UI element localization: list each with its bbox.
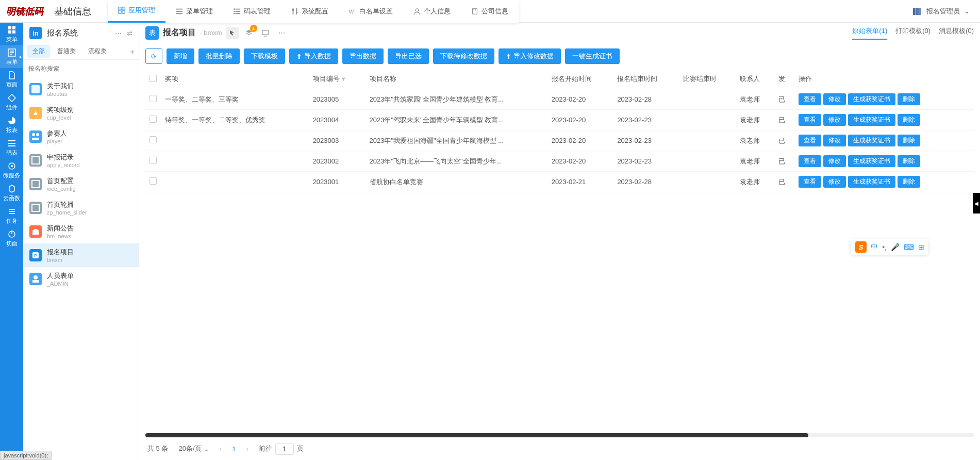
tree-search-input[interactable] [28, 63, 134, 74]
gen-cert-row-button[interactable]: 生成获奖证书 [848, 176, 895, 188]
swap-icon[interactable]: ⇄ [127, 29, 132, 37]
view-button[interactable]: 查看 [799, 176, 821, 188]
batch-delete-button[interactable]: 批量删除 [198, 48, 240, 64]
view-button[interactable]: 查看 [799, 135, 821, 146]
tree-item-bm_news[interactable]: 新闻公告bm_news [23, 220, 139, 243]
tree-item-aboutus[interactable]: 关于我们aboutus [23, 77, 139, 101]
delete-button[interactable]: 删除 [898, 135, 920, 146]
col-code[interactable]: 项目编号▼ [309, 69, 366, 89]
tree-item-cup_level[interactable]: 奖项级别cup_level [23, 101, 139, 125]
col-matchend[interactable]: 比赛结束时 [679, 69, 736, 89]
rail-menu[interactable]: 菜单 [0, 23, 23, 45]
view-button[interactable]: 查看 [799, 93, 821, 105]
tree-item-zp_home_slider[interactable]: 首页轮播zp_home_slider [23, 196, 139, 220]
rail-task[interactable]: 任务 [0, 204, 23, 227]
edit-button[interactable]: 修改 [823, 135, 846, 146]
delete-button[interactable]: 删除 [898, 176, 920, 188]
tab-personal-info[interactable]: 个人信息 [403, 0, 461, 23]
col-award[interactable]: 奖项 [161, 69, 309, 89]
tab-menu-manage[interactable]: 菜单管理 [165, 0, 223, 23]
gen-cert-button[interactable]: 一键生成证书 [565, 48, 620, 64]
rail-page[interactable]: 页面 [0, 68, 23, 91]
ime-grid-icon[interactable]: ⊞ [918, 243, 924, 251]
ime-mic-icon[interactable]: 🎤 [891, 243, 900, 251]
tab-whitelist[interactable]: W 白名单设置 [339, 0, 403, 23]
col-name[interactable]: 项目名称 [366, 69, 547, 89]
rail-form[interactable]: 表单▸ [0, 45, 23, 68]
ime-keyboard-icon[interactable]: ⌨ [904, 243, 914, 251]
hr-tab-message[interactable]: 消息模板(0) [939, 26, 974, 40]
tab-company-info[interactable]: 公司信息 [461, 0, 519, 23]
edit-button[interactable]: 修改 [823, 93, 846, 105]
page-size-select[interactable]: 20条/页 ⌄ [178, 444, 209, 453]
cursor-tool-icon[interactable] [226, 27, 239, 39]
gen-cert-row-button[interactable]: 生成获奖证书 [848, 93, 895, 105]
import-modifydata-button[interactable]: ⬆ 导入修改数据 [499, 48, 561, 64]
delete-button[interactable]: 删除 [898, 155, 920, 167]
tree-item-bmxm[interactable]: P报名项目bmxm [23, 243, 139, 267]
gen-cert-row-button[interactable]: 生成获奖证书 [848, 135, 895, 146]
goto-page-input[interactable] [275, 443, 294, 455]
monitor-tool-icon[interactable] [259, 27, 272, 39]
select-all-checkbox[interactable] [150, 75, 157, 82]
ellipsis-icon[interactable]: ⋯ [115, 29, 122, 37]
delete-button[interactable]: 删除 [898, 114, 920, 126]
ime-toolbar[interactable]: S 中 •, 🎤 ⌨ ⊞ [851, 239, 928, 255]
rail-report[interactable]: 报表 [0, 113, 23, 136]
page-number[interactable]: 1 [232, 445, 236, 453]
export-data-button[interactable]: 导出数据 [342, 48, 384, 64]
tree-item-_ADMIN[interactable]: 人员表单_ADMIN [23, 267, 139, 291]
row-checkbox[interactable] [150, 157, 157, 164]
hr-tab-print[interactable]: 打印模板(0) [895, 26, 931, 40]
row-checkbox[interactable] [150, 177, 157, 185]
tree-item-web_config[interactable]: 首页配置web_config [23, 172, 139, 196]
tab-app-manage[interactable]: 应用管理 [108, 0, 165, 23]
rail-cloudfn[interactable]: 云函数 [0, 182, 23, 204]
view-button[interactable]: 查看 [799, 114, 821, 126]
prev-page-button[interactable]: ‹ [220, 445, 222, 453]
tree-item-player[interactable]: 参赛人player [23, 125, 139, 149]
gen-cert-row-button[interactable]: 生成获奖证书 [848, 114, 895, 126]
tab-system-config[interactable]: 系统配置 [281, 0, 339, 23]
tree-tab-add[interactable]: + [130, 47, 135, 56]
row-checkbox[interactable] [150, 95, 157, 102]
tab-codetable-manage[interactable]: 码表管理 [223, 0, 281, 23]
tree-tab-normal[interactable]: 普通类 [52, 45, 81, 58]
gen-cert-row-button[interactable]: 生成获奖证书 [848, 155, 895, 167]
user-menu[interactable]: 报名管理员 ⌄ [912, 6, 970, 17]
rail-aspect[interactable]: 切面 [0, 227, 23, 250]
horizontal-scrollbar[interactable] [145, 433, 974, 437]
rail-component[interactable]: 组件 [0, 91, 23, 113]
col-pub[interactable]: 发 [774, 69, 794, 89]
download-template-button[interactable]: 下载模板 [244, 48, 285, 64]
col-contact[interactable]: 联系人 [736, 69, 774, 89]
next-page-button[interactable]: › [246, 445, 248, 453]
hr-tab-rawform[interactable]: 原始表单(1) [852, 26, 887, 40]
view-button[interactable]: 查看 [799, 155, 821, 167]
ime-punct-icon[interactable]: •, [882, 243, 887, 251]
edit-button[interactable]: 修改 [823, 155, 846, 167]
col-end[interactable]: 报名结束时间 [613, 69, 679, 89]
edit-button[interactable]: 修改 [823, 176, 846, 188]
tree-tab-all[interactable]: 全部 [27, 45, 50, 58]
row-checkbox[interactable] [150, 116, 157, 123]
import-data-button[interactable]: ⬆ 导入数据 [289, 48, 338, 64]
row-checkbox[interactable] [150, 136, 157, 143]
more-tool-icon[interactable]: ⋯ [276, 27, 288, 39]
ime-lang[interactable]: 中 [871, 242, 878, 252]
refresh-button[interactable]: ⟳ [145, 48, 162, 64]
side-collapse-handle[interactable]: ◀ [973, 193, 980, 213]
export-selected-button[interactable]: 导出已选 [388, 48, 429, 64]
filter-icon[interactable]: ▼ [341, 76, 346, 82]
layers-tool-icon[interactable]: 1 [243, 27, 255, 39]
rail-microservice[interactable]: 微服务 [0, 159, 23, 182]
col-start[interactable]: 报名开始时间 [547, 69, 613, 89]
tree-item-apply_record[interactable]: 申报记录apply_record [23, 149, 139, 172]
create-button[interactable]: 新增 [167, 48, 194, 64]
scrollbar-thumb[interactable] [145, 433, 808, 437]
delete-button[interactable]: 删除 [898, 93, 920, 105]
download-modifydata-button[interactable]: 下载待修改数据 [433, 48, 494, 64]
tree-tab-flow[interactable]: 流程类 [83, 45, 112, 58]
edit-button[interactable]: 修改 [823, 114, 846, 126]
rail-codetable[interactable]: 码表 [0, 136, 23, 159]
